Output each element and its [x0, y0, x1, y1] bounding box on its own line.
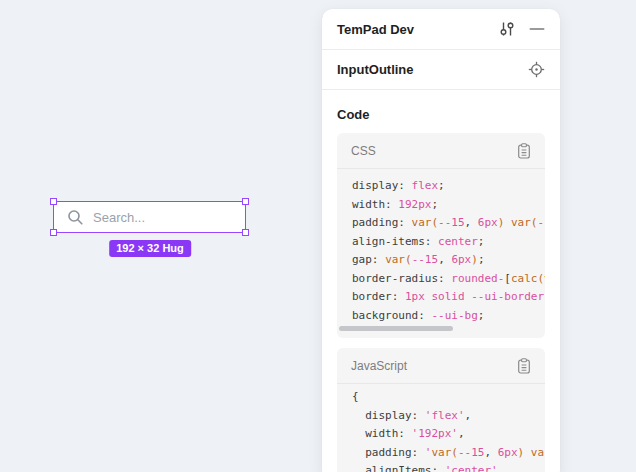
sliders-icon[interactable] — [498, 20, 516, 38]
code-line: background: --ui-bg; — [352, 307, 545, 326]
horizontal-scrollbar-thumb[interactable] — [339, 326, 453, 331]
css-block-header: CSS — [337, 133, 545, 169]
js-code-area[interactable]: { display: 'flex', width: '192px', paddi… — [337, 384, 545, 472]
code-line: width: 192px; — [352, 196, 545, 215]
code-line: gap: var(--15, 6px); — [352, 251, 545, 270]
panel-title: TemPad Dev — [337, 22, 498, 37]
code-line: border: 1px solid --ui-border- — [352, 288, 545, 307]
code-line: { — [352, 388, 545, 407]
clipboard-icon[interactable] — [517, 143, 531, 159]
code-line: width: '192px', — [352, 425, 545, 444]
search-input-component[interactable]: Search... — [53, 201, 246, 233]
code-line: align-items: center; — [352, 233, 545, 252]
panel-header: TemPad Dev — [322, 9, 560, 50]
code-line: alignItems: 'center', — [352, 462, 545, 472]
code-line: padding: 'var(--15, 6px) var( — [352, 444, 545, 463]
tempad-dev-panel: TemPad Dev InputOutline — [322, 9, 560, 472]
search-icon — [67, 209, 84, 226]
code-section-title: Code — [337, 107, 545, 122]
crosshair-icon[interactable] — [528, 61, 545, 78]
code-line: padding: var(--15, 6px) var(--15, 6px); — [352, 214, 545, 233]
size-badge: 192 × 32 Hug — [109, 240, 191, 257]
code-line: border-radius: rounded-[calc(var( — [352, 270, 545, 289]
minimize-icon[interactable] — [529, 21, 545, 37]
selected-component-row: InputOutline — [322, 50, 560, 90]
js-code-block: JavaScript { display: 'flex', width: '19… — [337, 348, 545, 472]
search-placeholder: Search... — [93, 210, 145, 225]
clipboard-icon[interactable] — [517, 358, 531, 374]
code-section: Code CSS display: flex;width: 192px;padd… — [322, 107, 560, 472]
js-block-label: JavaScript — [351, 359, 517, 373]
js-block-header: JavaScript — [337, 348, 545, 384]
css-code-area[interactable]: display: flex;width: 192px;padding: var(… — [337, 169, 545, 338]
css-block-label: CSS — [351, 144, 517, 158]
component-name: InputOutline — [337, 62, 528, 77]
code-line: display: 'flex', — [352, 407, 545, 426]
code-line: display: flex; — [352, 177, 545, 196]
css-code-block: CSS display: flex;width: 192px;padding: … — [337, 133, 545, 338]
